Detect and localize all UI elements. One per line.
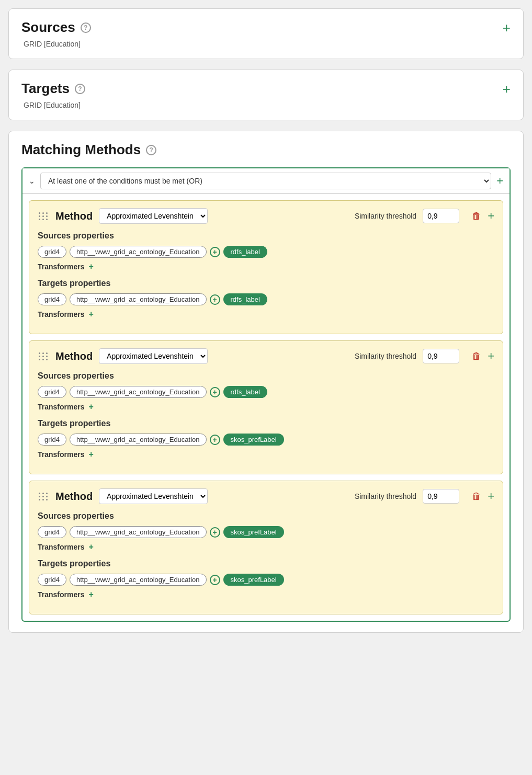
method-3-target-pill-1: grid4	[38, 574, 66, 586]
sources-subtitle: GRID [Education]	[24, 40, 511, 48]
method-1-target-tag[interactable]: rdfs_label	[223, 293, 267, 305]
method-1-sources-title: Sources properties	[38, 231, 494, 241]
method-3-target-transformers-add[interactable]: +	[88, 590, 93, 599]
method-3-source-add-icon[interactable]: +	[210, 527, 220, 538]
method-1-target-pill-2: http__www_grid_ac_ontology_Education	[70, 293, 207, 305]
method-2-target-transformers-label: Transformers	[38, 450, 84, 459]
drag-handle-2[interactable]	[38, 351, 49, 361]
method-2-source-pill-1: grid4	[38, 386, 66, 398]
method-2-label: Method	[55, 350, 93, 362]
matching-help-icon[interactable]: ?	[146, 145, 156, 155]
method-2-targets-title: Targets properties	[38, 419, 494, 428]
targets-title-group: Targets ?	[21, 81, 85, 97]
method-2-add-button[interactable]: +	[488, 349, 494, 363]
method-1-target-transformers-add[interactable]: +	[88, 310, 93, 319]
targets-subtitle: GRID [Education]	[24, 101, 511, 109]
method-1-target-add-icon[interactable]: +	[210, 294, 220, 305]
method-1-targets-row: grid4 http__www_grid_ac_ontology_Educati…	[38, 293, 494, 305]
method-3-label: Method	[55, 491, 93, 503]
method-block-1: Method Approximated Levenshtein Similari…	[29, 200, 503, 334]
targets-title: Targets	[21, 81, 70, 97]
sources-add-button[interactable]: +	[503, 21, 511, 35]
or-group-add-button[interactable]: +	[496, 174, 503, 188]
method-1-targets-title: Targets properties	[38, 279, 494, 288]
method-3-targets-row: grid4 http__www_grid_ac_ontology_Educati…	[38, 574, 494, 586]
method-1-add-button[interactable]: +	[488, 209, 494, 223]
targets-section: Targets ? + GRID [Education]	[8, 70, 524, 120]
method-2-target-pill-2: http__www_grid_ac_ontology_Education	[70, 434, 207, 446]
method-1-similarity-input[interactable]	[423, 209, 459, 223]
method-2-algorithm-select[interactable]: Approximated Levenshtein	[99, 348, 208, 364]
method-3-source-transformers-add[interactable]: +	[88, 542, 93, 552]
method-2-similarity-label: Similarity threshold	[355, 352, 416, 360]
method-2-target-transformers-add[interactable]: +	[88, 450, 93, 459]
method-1-source-transformers-add[interactable]: +	[88, 262, 93, 271]
method-2-sources-row: grid4 http__www_grid_ac_ontology_Educati…	[38, 386, 494, 398]
sources-title: Sources	[21, 19, 75, 36]
method-3-target-transformers-label: Transformers	[38, 590, 84, 599]
method-2-targets-row: grid4 http__www_grid_ac_ontology_Educati…	[38, 434, 494, 446]
method-2-source-transformers-add[interactable]: +	[88, 402, 93, 412]
method-3-sources-title: Sources properties	[38, 511, 494, 521]
method-3-source-transformers-label: Transformers	[38, 543, 84, 551]
matching-title-group: Matching Methods ?	[21, 142, 156, 158]
method-3-similarity-input[interactable]	[423, 489, 459, 504]
targets-add-button[interactable]: +	[503, 82, 511, 96]
drag-handle-1[interactable]	[38, 211, 49, 221]
method-2-target-tag[interactable]: skos_prefLabel	[223, 434, 284, 446]
method-2-target-add-icon[interactable]: +	[210, 435, 220, 445]
method-3-header: Method Approximated Levenshtein Similari…	[38, 488, 494, 504]
drag-handle-3[interactable]	[38, 492, 49, 502]
method-block-2: Method Approximated Levenshtein Similari…	[29, 340, 503, 474]
method-2-delete-button[interactable]: 🗑	[472, 351, 481, 362]
method-1-source-add-icon[interactable]: +	[210, 247, 220, 257]
method-3-sources-row: grid4 http__www_grid_ac_ontology_Educati…	[38, 526, 494, 538]
sources-title-group: Sources ?	[21, 19, 91, 36]
method-2-source-tag[interactable]: rdfs_label	[223, 386, 267, 398]
method-3-target-add-icon[interactable]: +	[210, 575, 220, 585]
method-3-source-transformers-row: Transformers +	[38, 542, 494, 552]
method-1-source-pill-2: http__www_grid_ac_ontology_Education	[70, 246, 207, 258]
method-3-target-pill-2: http__www_grid_ac_ontology_Education	[70, 574, 207, 586]
method-3-sources-group: Sources properties grid4 http__www_grid_…	[38, 511, 494, 552]
method-3-target-tag[interactable]: skos_prefLabel	[223, 574, 284, 586]
method-1-algorithm-select[interactable]: Approximated Levenshtein	[99, 208, 208, 224]
method-2-similarity-input[interactable]	[423, 349, 459, 363]
method-1-header: Method Approximated Levenshtein Similari…	[38, 208, 494, 224]
method-1-delete-button[interactable]: 🗑	[472, 211, 481, 222]
method-1-similarity-label: Similarity threshold	[355, 212, 416, 220]
method-1-targets-group: Targets properties grid4 http__www_grid_…	[38, 279, 494, 319]
method-3-targets-title: Targets properties	[38, 559, 494, 568]
method-1-source-tag[interactable]: rdfs_label	[223, 246, 267, 258]
sources-help-icon[interactable]: ?	[81, 22, 91, 33]
method-1-source-pill-1: grid4	[38, 246, 66, 258]
or-condition-select[interactable]: At least one of the conditions must be m…	[40, 173, 491, 189]
method-2-source-pill-2: http__www_grid_ac_ontology_Education	[70, 386, 207, 398]
method-3-source-pill-1: grid4	[38, 526, 66, 538]
method-3-source-tag[interactable]: skos_prefLabel	[223, 526, 284, 538]
matching-title: Matching Methods	[21, 142, 141, 158]
method-1-label: Method	[55, 210, 93, 222]
or-group-header: ⌄ At least one of the conditions must be…	[22, 168, 510, 194]
method-2-source-transformers-label: Transformers	[38, 403, 84, 411]
targets-header: Targets ? +	[21, 81, 511, 97]
method-3-add-button[interactable]: +	[488, 489, 494, 503]
method-3-targets-group: Targets properties grid4 http__www_grid_…	[38, 559, 494, 599]
method-3-algorithm-select[interactable]: Approximated Levenshtein	[99, 488, 208, 504]
matching-methods-section: Matching Methods ? ⌄ At least one of the…	[8, 131, 524, 633]
method-3-source-pill-2: http__www_grid_ac_ontology_Education	[70, 526, 207, 538]
method-2-target-pill-1: grid4	[38, 434, 66, 446]
method-2-sources-group: Sources properties grid4 http__www_grid_…	[38, 371, 494, 412]
method-2-source-add-icon[interactable]: +	[210, 387, 220, 397]
method-2-target-transformers-row: Transformers +	[38, 450, 494, 459]
chevron-down-icon[interactable]: ⌄	[29, 177, 35, 185]
method-1-sources-group: Sources properties grid4 http__www_grid_…	[38, 231, 494, 271]
method-1-sources-row: grid4 http__www_grid_ac_ontology_Educati…	[38, 246, 494, 258]
method-1-target-transformers-label: Transformers	[38, 310, 84, 318]
targets-help-icon[interactable]: ?	[75, 84, 85, 94]
or-group-container: ⌄ At least one of the conditions must be…	[21, 167, 511, 622]
method-3-delete-button[interactable]: 🗑	[472, 491, 481, 502]
method-3-similarity-label: Similarity threshold	[355, 492, 416, 500]
method-1-target-pill-1: grid4	[38, 293, 66, 305]
method-3-target-transformers-row: Transformers +	[38, 590, 494, 599]
